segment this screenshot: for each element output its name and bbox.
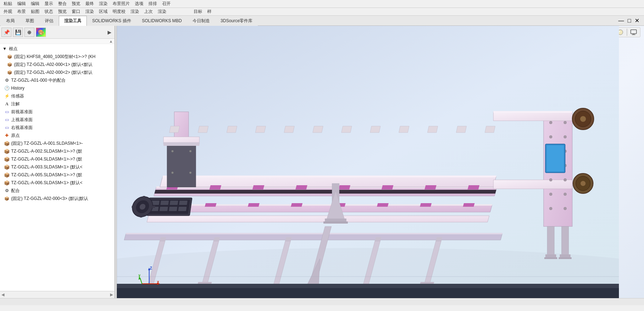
toolbar-color-btn[interactable]: 🎨 xyxy=(36,28,46,37)
tree-item-asm5[interactable]: 📦 TZ-GGZL-A-005.SLDASM<1>->? (默 xyxy=(0,171,114,179)
menu-scenephoto[interactable]: 布景照片 xyxy=(110,0,132,8)
tree-item-history[interactable]: 🕐 History xyxy=(0,84,114,92)
svg-point-114 xyxy=(171,150,174,152)
svg-point-94 xyxy=(549,207,552,210)
tree-item-asm3[interactable]: 📦 TZ-GGZL-A-004.SLDASM<1>->? (默 xyxy=(0,155,114,163)
tree-item-asm4[interactable]: 📦 TZ-GGZL-A-003.SLDASM<1> (默认< xyxy=(0,163,114,171)
svg-rect-109 xyxy=(559,257,572,259)
toolbar-target-btn[interactable]: ⊕ xyxy=(24,28,34,37)
tree-label-right-plane: 右视基准面 xyxy=(11,125,33,131)
menu-preview[interactable]: 预览 xyxy=(70,0,82,8)
menu-last[interactable]: 上次 xyxy=(142,8,155,15)
svg-rect-123 xyxy=(179,201,188,205)
svg-line-160 xyxy=(140,278,142,284)
menu-integrate[interactable]: 整合 xyxy=(56,0,69,8)
tree-icon-front-plane: ▭ xyxy=(4,109,10,115)
menu-render4[interactable]: 渲染 xyxy=(156,8,169,15)
menu-state[interactable]: 状态 xyxy=(42,8,55,15)
svg-rect-144 xyxy=(313,126,323,133)
model-viewport[interactable] xyxy=(117,26,644,298)
menu-window[interactable]: 窗口 xyxy=(70,8,82,15)
tree-icon-root: ▼ xyxy=(1,46,8,52)
menu-options[interactable]: 选项 xyxy=(133,0,146,8)
window-restore-btn[interactable]: □ xyxy=(626,17,633,25)
menu-final[interactable]: 最终 xyxy=(83,0,96,8)
menu-render3[interactable]: 渲染 xyxy=(128,8,141,15)
window-close-btn[interactable]: ✕ xyxy=(633,16,641,25)
tab-manufacture-today[interactable]: 今日制造 xyxy=(187,16,215,26)
menu-sample[interactable]: 样 xyxy=(205,8,214,15)
tree-item-sensor[interactable]: ⚡ 传感器 xyxy=(0,92,114,100)
menu-paste[interactable]: 粘贴 xyxy=(1,0,14,8)
tree-item-front-plane[interactable]: ▭ 前视基准面 xyxy=(0,108,114,116)
window-minimize-btn[interactable]: — xyxy=(616,17,626,25)
tab-layout[interactable]: 布局 xyxy=(1,16,20,26)
tree-item-part4[interactable]: 📦 (固定) TZ-GGZL-A02-000<3> (默认|默认 xyxy=(0,195,114,202)
menu-preview2[interactable]: 预览 xyxy=(56,8,69,15)
menu-recall[interactable]: 召开 xyxy=(160,0,173,8)
svg-rect-44 xyxy=(291,203,303,207)
svg-point-90 xyxy=(549,178,552,181)
menu-target[interactable]: 目标 xyxy=(191,8,204,15)
tree-icon-right-plane: ▭ xyxy=(4,124,10,131)
menu-scene[interactable]: 布景 xyxy=(15,8,28,15)
scroll-right-btn[interactable]: ▶ xyxy=(110,292,113,297)
viewport-panel[interactable]: Z x y xyxy=(117,26,644,298)
menu-exterior[interactable]: 外观 xyxy=(1,8,14,15)
svg-point-95 xyxy=(564,207,567,210)
left-panel: 📌 💾 ⊕ 🎨 ▶ ▲ ▼ 根点 📦 (固定) KHFS8_4080_1000型… xyxy=(0,26,115,298)
svg-rect-149 xyxy=(456,126,467,133)
tree-item-1[interactable]: 📦 (固定) KHFS8_4080_1000型材<1>->? (KH xyxy=(0,53,114,61)
menu-texture[interactable]: 贴图 xyxy=(29,8,42,15)
menu-display[interactable]: 显示 xyxy=(42,0,55,8)
tab-sketch[interactable]: 草图 xyxy=(20,16,39,26)
svg-rect-45 xyxy=(338,185,350,190)
tab-3dsource[interactable]: 3DSource零件库 xyxy=(215,16,258,26)
tree-item-asm6[interactable]: 📦 TZ-GGZL-A-006.SLDASM<1> (默认< xyxy=(0,179,114,187)
svg-rect-150 xyxy=(485,126,495,133)
toolbar-pin-btn[interactable]: 📌 xyxy=(1,28,11,37)
svg-point-92 xyxy=(549,193,552,196)
axis-indicator: Z x y xyxy=(138,266,160,287)
tree-item-mate2[interactable]: ⚙ 配合 xyxy=(0,187,114,195)
menu-render[interactable]: 渲染 xyxy=(97,0,110,8)
tree-item-root[interactable]: ▼ 根点 xyxy=(0,45,114,53)
tree-item-origin[interactable]: ✚ 原点 xyxy=(0,131,114,139)
toolbar-save-btn[interactable]: 💾 xyxy=(13,28,23,37)
menu-region[interactable]: 区域 xyxy=(97,8,110,15)
svg-rect-121 xyxy=(160,201,169,205)
menu-render2[interactable]: 渲染 xyxy=(83,8,96,15)
tab-solidworks-plugin[interactable]: SOLIDWORKS 插件 xyxy=(87,16,137,26)
svg-text:y: y xyxy=(138,273,141,277)
svg-point-91 xyxy=(564,178,567,181)
tab-solidworks-mbd[interactable]: SOLIDWORKS MBD xyxy=(137,16,187,26)
tree-item-right-plane[interactable]: ▭ 右视基准面 xyxy=(0,124,114,131)
tab-render-tools[interactable]: 渲染工具 xyxy=(59,16,87,26)
tree-icon-mate1: ⚙ xyxy=(4,77,10,83)
svg-rect-131 xyxy=(143,196,145,199)
menu-brightness[interactable]: 明度校 xyxy=(110,8,128,15)
tree-item-4[interactable]: ⚙ TZ-GGZL-A01-000 中的配合 xyxy=(0,76,114,84)
tree-item-top-plane[interactable]: ▭ 上视基准面 xyxy=(0,116,114,124)
svg-rect-105 xyxy=(545,254,556,257)
tree-scroll-top: ▲ xyxy=(0,39,114,44)
menu-edit2[interactable]: 编辑 xyxy=(29,0,42,8)
tree-label-annotation: 注解 xyxy=(11,101,20,107)
tree-item-asm1[interactable]: 📦 (固定) TZ-GGZL-A-001.SLDASM<1>- xyxy=(0,139,114,147)
svg-rect-28 xyxy=(126,233,502,234)
menu-edit1[interactable]: 编辑 xyxy=(15,0,28,8)
scroll-left-btn[interactable]: ◀ xyxy=(1,292,4,297)
feature-tree[interactable]: ▼ 根点 📦 (固定) KHFS8_4080_1000型材<1>->? (KH … xyxy=(0,44,114,291)
svg-rect-39 xyxy=(209,185,221,190)
expand-panel-btn[interactable]: ▶ xyxy=(106,29,113,36)
tree-icon-sensor: ⚡ xyxy=(4,93,10,99)
tree-item-3[interactable]: 📦 (固定) TZ-GGZL-A02-000<2> (默认<默认 xyxy=(0,68,114,76)
tree-icon-asm4: 📦 xyxy=(4,164,10,170)
tree-item-annotation[interactable]: A 注解 xyxy=(0,100,114,108)
tree-item-2[interactable]: 📦 (固定) TZ-GGZL-A02-000<1> (默认<默认 xyxy=(0,61,114,68)
menu-arrange[interactable]: 排排 xyxy=(146,0,159,8)
svg-rect-41 xyxy=(252,185,264,190)
tree-item-asm2[interactable]: 📦 TZ-GGZL-A-002.SLDASM<1>->? (默 xyxy=(0,147,114,155)
svg-rect-80 xyxy=(493,111,572,113)
tab-evaluate[interactable]: 评估 xyxy=(39,16,59,26)
